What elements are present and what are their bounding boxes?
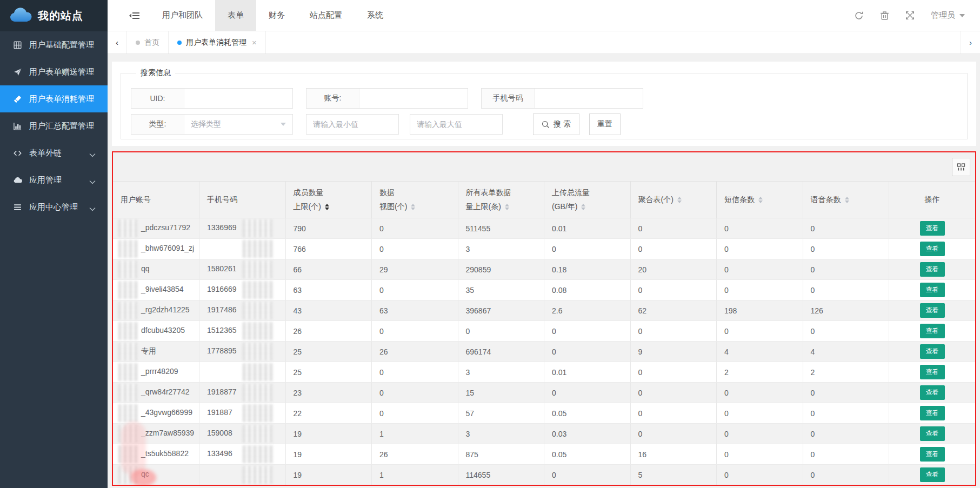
nav-forms[interactable]: 表单 <box>215 0 256 31</box>
column-settings-icon[interactable] <box>952 158 970 176</box>
member-limit-cell: 766 <box>285 239 372 259</box>
max-value-input[interactable] <box>410 114 503 135</box>
sidebar-item-user-summary-config[interactable]: 用户汇总配置管理 <box>0 112 108 139</box>
column-title-line2: 上限(个) <box>294 202 372 212</box>
view-button[interactable]: 查看 <box>920 303 945 318</box>
phone-digits: 1336969 <box>207 223 241 232</box>
view-button[interactable]: 查看 <box>920 242 945 256</box>
form-data-limit-cell: 511455 <box>458 218 544 239</box>
upload-traffic-cell: 0.08 <box>544 280 631 300</box>
sort-carets-icon[interactable] <box>758 197 763 203</box>
account-cell: _ts5uk558822 <box>113 444 199 465</box>
refresh-icon[interactable] <box>854 11 864 21</box>
voice-count-cell: 0 <box>803 280 889 300</box>
col-voice-count[interactable]: 语音条数 <box>803 182 889 218</box>
sort-carets-icon[interactable] <box>505 204 509 210</box>
view-button[interactable]: 查看 <box>920 406 945 420</box>
sms-count-cell: 0 <box>717 444 803 465</box>
view-button[interactable]: 查看 <box>920 262 945 277</box>
phone-digits: 191887 <box>207 408 241 417</box>
upload-traffic-cell: 2.6 <box>544 300 631 321</box>
uid-input[interactable] <box>184 89 292 108</box>
col-actions: 操作 <box>889 182 976 218</box>
site-logo: 我的站点 <box>0 0 108 31</box>
view-button[interactable]: 查看 <box>920 283 945 297</box>
upload-traffic-cell: 0 <box>544 321 631 342</box>
nav-users-teams[interactable]: 用户和团队 <box>150 0 215 31</box>
sort-carets-icon[interactable] <box>677 197 682 203</box>
min-value-input[interactable] <box>306 114 399 135</box>
view-button[interactable]: 查看 <box>920 324 945 338</box>
view-button[interactable]: 查看 <box>920 221 945 236</box>
view-button[interactable]: 查看 <box>920 467 945 482</box>
reset-button-label: 重置 <box>597 119 612 129</box>
voice-count-cell: 0 <box>803 444 889 465</box>
trash-icon[interactable] <box>880 11 889 21</box>
sort-carets-icon[interactable] <box>325 204 329 210</box>
sidebar-item-user-form-gift[interactable]: 用户表单赠送管理 <box>0 58 108 85</box>
tab-user-form-consume[interactable]: 用户表单消耗管理× <box>169 31 266 54</box>
chevron-left-icon[interactable]: ‹ <box>108 31 127 54</box>
form-data-limit-cell: 114655 <box>458 465 544 485</box>
phone-input[interactable] <box>535 89 643 108</box>
chevron-right-icon[interactable]: › <box>961 31 980 54</box>
close-icon[interactable]: × <box>252 38 257 47</box>
agg-tables-cell: 0 <box>630 383 717 403</box>
sort-carets-icon[interactable] <box>845 197 849 203</box>
column-title-line1: 成员数量 <box>294 188 372 198</box>
tab-home[interactable]: 首页 <box>127 31 169 54</box>
sidebar-item-user-base-config[interactable]: 用户基础配置管理 <box>0 31 108 58</box>
col-sms-count[interactable]: 短信条数 <box>717 182 803 218</box>
nav-system[interactable]: 系统 <box>355 0 396 31</box>
chevron-down-icon <box>89 150 96 159</box>
account-cell: _bhw676091_zj <box>113 239 199 259</box>
col-upload-traffic[interactable]: 上传总流量(GB/年) <box>544 182 631 218</box>
view-button[interactable]: 查看 <box>920 365 945 379</box>
fullscreen-icon[interactable] <box>905 11 915 20</box>
form-data-limit-cell: 0 <box>458 321 544 342</box>
sidebar-item-app-manage[interactable]: 应用管理 <box>0 166 108 193</box>
col-data-views[interactable]: 数据视图(个) <box>372 182 458 218</box>
sidebar-item-form-external-link[interactable]: 表单外链 <box>0 139 108 166</box>
data-views-cell: 63 <box>372 300 458 321</box>
redaction-mask <box>243 363 273 381</box>
view-button[interactable]: 查看 <box>920 447 945 462</box>
reset-button[interactable]: 重置 <box>589 113 621 135</box>
account-cell: 专用 <box>113 342 199 362</box>
view-button[interactable]: 查看 <box>920 344 945 359</box>
account-text: _pdczsu71792 <box>141 223 190 232</box>
action-cell: 查看 <box>889 403 976 424</box>
top-navbar: 用户和团队表单财务站点配置系统 <box>108 0 980 31</box>
view-button[interactable]: 查看 <box>920 385 945 400</box>
highlighted-table-panel: 用户账号手机号码成员数量上限(个)数据视图(个)所有表单数据量上限(条)上传总流… <box>112 151 976 486</box>
voice-count-cell: 0 <box>803 239 889 259</box>
phone-digits: 1512365 <box>207 326 241 335</box>
type-select[interactable]: 选择类型 <box>184 115 292 134</box>
uid-field-group: UID: <box>131 88 293 109</box>
nav-site-config[interactable]: 站点配置 <box>297 0 355 31</box>
redaction-mask <box>243 240 273 258</box>
sort-carets-icon[interactable] <box>581 204 585 210</box>
search-button[interactable]: 搜 索 <box>533 113 579 135</box>
phone-cell: 1778895 <box>199 342 286 362</box>
col-form-data-limit[interactable]: 所有表单数据量上限(条) <box>458 182 544 218</box>
upload-traffic-cell: 0 <box>544 465 631 485</box>
voice-count-cell: 0 <box>803 424 889 444</box>
sidebar-item-label: 表单外链 <box>29 148 62 158</box>
voice-count-cell: 0 <box>803 403 889 424</box>
account-input[interactable] <box>359 89 468 108</box>
sidebar-item-app-center-manage[interactable]: 应用中心管理 <box>0 193 108 220</box>
account-text: 专用 <box>141 346 156 355</box>
sort-carets-icon[interactable] <box>411 204 415 210</box>
sms-count-cell: 0 <box>717 321 803 342</box>
column-title-line1: 上传总流量 <box>552 188 630 198</box>
sidebar: 我的站点 用户基础配置管理用户表单赠送管理用户表单消耗管理用户汇总配置管理表单外… <box>0 0 108 488</box>
view-button[interactable]: 查看 <box>920 426 945 441</box>
col-member-limit[interactable]: 成员数量上限(个) <box>285 182 372 218</box>
collapse-menu-icon[interactable] <box>129 11 140 20</box>
nav-finance[interactable]: 财务 <box>256 0 297 31</box>
user-menu[interactable]: 管理员 <box>931 10 965 21</box>
sidebar-item-user-form-consume[interactable]: 用户表单消耗管理 <box>0 85 108 112</box>
col-agg-tables[interactable]: 聚合表(个) <box>630 182 717 218</box>
column-title-line2: 视图(个) <box>379 202 458 212</box>
